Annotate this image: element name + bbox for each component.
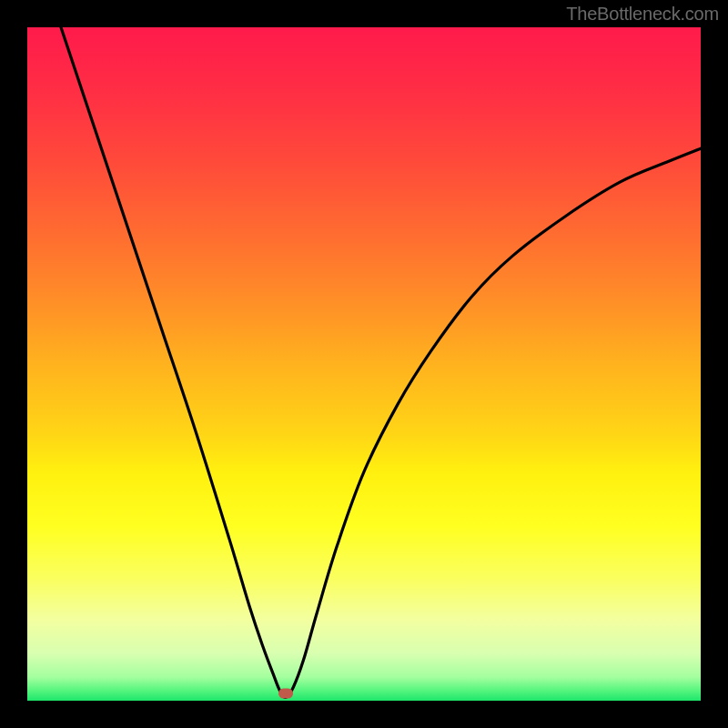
minimum-marker — [278, 689, 293, 699]
chart-frame: TheBottleneck.com — [0, 0, 728, 728]
background-gradient — [27, 27, 701, 701]
svg-rect-0 — [27, 27, 701, 701]
watermark-text: TheBottleneck.com — [566, 4, 719, 25]
plot-area — [27, 27, 701, 701]
